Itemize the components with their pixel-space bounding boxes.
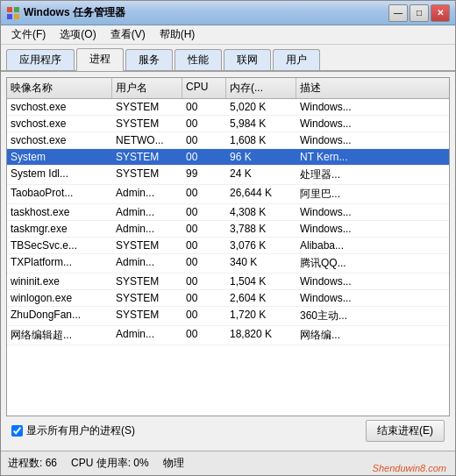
cpu-usage: CPU 使用率: 0%	[71, 456, 149, 471]
table-row[interactable]: taskmgr.exeAdmin...003,788 KWindows...	[7, 221, 449, 238]
table-row[interactable]: wininit.exeSYSTEM001,504 KWindows...	[7, 274, 449, 290]
table-row[interactable]: TaobaoProt...Admin...0026,644 K阿里巴...	[7, 185, 449, 204]
table-cell-CPU: 00	[182, 238, 226, 253]
tab-用户[interactable]: 用户	[273, 49, 320, 70]
table-cell-内存(...: 18,820 K	[226, 326, 296, 345]
table-cell-描述: Windows...	[296, 116, 449, 131]
table-header: 映像名称用户名CPU内存(...描述	[7, 78, 449, 99]
show-all-users-text: 显示所有用户的进程(S)	[26, 423, 135, 438]
menu-item-F[interactable]: 文件(F)	[4, 25, 53, 44]
show-all-users-label[interactable]: 显示所有用户的进程(S)	[11, 423, 135, 438]
table-cell-CPU: 00	[182, 254, 226, 273]
minimize-button[interactable]: —	[388, 4, 408, 22]
column-header-CPU[interactable]: CPU	[182, 78, 226, 98]
table-cell-CPU: 00	[182, 290, 226, 306]
table-body[interactable]: svchost.exeSYSTEM005,020 KWindows...svch…	[7, 99, 449, 416]
table-cell-内存(...: 26,644 K	[226, 185, 296, 203]
table-row[interactable]: winlogon.exeSYSTEM002,604 KWindows...	[7, 290, 449, 307]
tab-服务[interactable]: 服务	[125, 49, 173, 70]
table-cell-描述: Windows...	[296, 221, 449, 237]
table-row[interactable]: svchost.exeSYSTEM005,984 KWindows...	[7, 116, 449, 132]
table-cell-内存(...: 3,788 K	[226, 221, 296, 237]
table-cell-映像名称: 网络编辑超...	[7, 326, 112, 345]
tab-应用程序[interactable]: 应用程序	[6, 49, 75, 70]
table-cell-用户名: SYSTEM	[112, 238, 182, 253]
table-cell-映像名称: svchost.exe	[7, 99, 112, 115]
svg-rect-3	[14, 14, 19, 19]
table-cell-内存(...: 4,308 K	[226, 204, 296, 220]
table-cell-CPU: 00	[182, 221, 226, 237]
table-cell-描述: 处理器...	[296, 166, 449, 184]
table-cell-描述: 腾讯QQ...	[296, 254, 449, 273]
table-cell-用户名: Admin...	[112, 204, 182, 220]
table-cell-映像名称: svchost.exe	[7, 116, 112, 131]
tab-性能[interactable]: 性能	[175, 49, 222, 70]
column-header-描述[interactable]: 描述	[296, 78, 449, 98]
table-cell-映像名称: taskmgr.exe	[7, 221, 112, 237]
table-cell-内存(...: 1,608 K	[226, 132, 296, 148]
table-row[interactable]: System Idl...SYSTEM9924 K处理器...	[7, 166, 449, 185]
show-all-users-checkbox[interactable]	[11, 425, 23, 437]
watermark: Shenduwin8.com	[373, 463, 446, 473]
menu-item-O[interactable]: 选项(O)	[53, 25, 103, 44]
table-cell-CPU: 00	[182, 185, 226, 203]
table-cell-描述: Windows...	[296, 99, 449, 115]
table-row[interactable]: svchost.exeSYSTEM005,020 KWindows...	[7, 99, 449, 116]
table-cell-映像名称: taskhost.exe	[7, 204, 112, 220]
close-button[interactable]: ✕	[431, 4, 450, 22]
title-bar-buttons: — □ ✕	[388, 4, 450, 22]
table-cell-用户名: SYSTEM	[112, 149, 182, 165]
process-count: 进程数: 66	[8, 456, 57, 471]
table-cell-用户名: Admin...	[112, 221, 182, 237]
table-cell-用户名: Admin...	[112, 254, 182, 273]
end-process-button[interactable]: 结束进程(E)	[366, 420, 445, 442]
process-table: 映像名称用户名CPU内存(...描述 svchost.exeSYSTEM005,…	[6, 77, 450, 416]
table-cell-内存(...: 24 K	[226, 166, 296, 184]
table-cell-CPU: 99	[182, 166, 226, 184]
column-header-映像名称[interactable]: 映像名称	[7, 78, 112, 98]
table-cell-映像名称: TXPlatform...	[7, 254, 112, 273]
table-cell-描述: Windows...	[296, 274, 449, 289]
table-cell-描述: 360主动...	[296, 307, 449, 325]
table-row[interactable]: SystemSYSTEM0096 KNT Kern...	[7, 149, 449, 166]
table-row[interactable]: TXPlatform...Admin...00340 K腾讯QQ...	[7, 254, 449, 274]
table-cell-CPU: 00	[182, 274, 226, 289]
table-cell-内存(...: 5,984 K	[226, 116, 296, 131]
table-cell-描述: Alibaba...	[296, 238, 449, 253]
menu-item-V[interactable]: 查看(V)	[103, 25, 153, 44]
table-row[interactable]: TBSecSvc.e...SYSTEM003,076 KAlibaba...	[7, 238, 449, 254]
tab-联网[interactable]: 联网	[224, 49, 271, 70]
menu-item-H[interactable]: 帮助(H)	[153, 25, 203, 44]
table-cell-描述: NT Kern...	[296, 149, 449, 165]
menu-bar: 文件(F)选项(O)查看(V)帮助(H)	[1, 25, 455, 45]
table-cell-CPU: 00	[182, 116, 226, 131]
table-cell-内存(...: 3,076 K	[226, 238, 296, 253]
memory-usage: 物理	[163, 456, 184, 471]
maximize-button[interactable]: □	[410, 4, 429, 22]
table-row[interactable]: ZhuDongFan...SYSTEM001,720 K360主动...	[7, 307, 449, 326]
table-cell-CPU: 00	[182, 204, 226, 220]
table-cell-CPU: 00	[182, 132, 226, 148]
table-cell-用户名: SYSTEM	[112, 99, 182, 115]
table-cell-内存(...: 340 K	[226, 254, 296, 273]
bottom-bar: 显示所有用户的进程(S) 结束进程(E)	[6, 416, 450, 445]
table-cell-映像名称: winlogon.exe	[7, 290, 112, 306]
table-row[interactable]: taskhost.exeAdmin...004,308 KWindows...	[7, 204, 449, 221]
svg-rect-1	[14, 7, 19, 12]
table-cell-CPU: 00	[182, 149, 226, 165]
table-cell-用户名: Admin...	[112, 326, 182, 345]
tab-进程[interactable]: 进程	[76, 48, 124, 71]
status-bar: 进程数: 66 CPU 使用率: 0% 物理 Shenduwin8.com	[1, 451, 455, 475]
table-row[interactable]: 网络编辑超...Admin...0018,820 K网络编...	[7, 326, 449, 345]
window-title: Windows 任务管理器	[24, 5, 388, 20]
column-header-内存(...[interactable]: 内存(...	[226, 78, 296, 98]
table-cell-用户名: NETWO...	[112, 132, 182, 148]
table-cell-内存(...: 96 K	[226, 149, 296, 165]
column-header-用户名[interactable]: 用户名	[112, 78, 182, 98]
svg-rect-0	[7, 7, 12, 12]
title-bar: Windows 任务管理器 — □ ✕	[1, 1, 455, 25]
table-row[interactable]: svchost.exeNETWO...001,608 KWindows...	[7, 132, 449, 149]
tabs-bar: 应用程序进程服务性能联网用户	[1, 45, 455, 72]
svg-rect-2	[7, 14, 12, 19]
table-cell-用户名: SYSTEM	[112, 274, 182, 289]
